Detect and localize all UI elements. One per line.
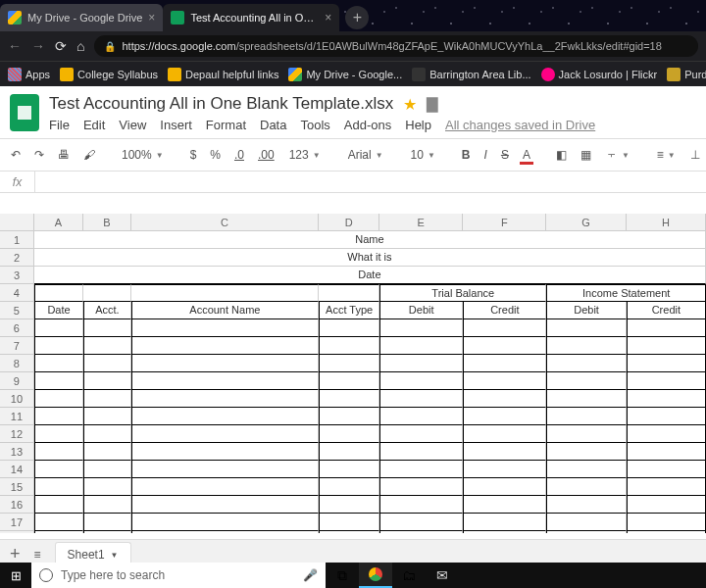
cell[interactable] [83, 337, 130, 355]
bookmark-item[interactable]: Depaul helpful links [168, 68, 278, 81]
document-title[interactable]: Test Accounting All in One Blank Templat… [49, 94, 393, 114]
bookmark-item[interactable]: Barrington Area Lib... [412, 68, 530, 81]
bookmark-item[interactable]: Purdu [667, 68, 706, 81]
cell[interactable] [546, 461, 626, 478]
undo-icon[interactable]: ↶ [8, 146, 24, 164]
cell[interactable] [34, 443, 83, 461]
row-header[interactable]: 17 [0, 514, 34, 531]
cell[interactable] [546, 443, 626, 461]
row-header[interactable]: 3 [0, 267, 34, 284]
cell[interactable] [379, 425, 463, 443]
cell[interactable] [627, 390, 706, 408]
cell[interactable] [379, 372, 463, 390]
col-header[interactable]: H [627, 214, 706, 230]
cell[interactable] [319, 319, 379, 337]
cell[interactable] [463, 408, 546, 425]
mic-icon[interactable]: 🎤 [303, 568, 318, 582]
cell[interactable] [131, 408, 320, 425]
cell[interactable]: Date [34, 302, 83, 319]
merge-cells-button[interactable]: ⫟▼ [602, 146, 633, 164]
cell[interactable] [546, 319, 626, 337]
borders-icon[interactable]: ▦ [578, 146, 594, 164]
new-tab-button[interactable]: + [345, 6, 369, 29]
cell[interactable] [319, 337, 379, 355]
cell[interactable] [83, 461, 130, 478]
row-header[interactable]: 9 [0, 372, 34, 390]
cell[interactable] [319, 514, 379, 531]
url-field[interactable]: 🔒 https://docs.google.com/spreadsheets/d… [94, 35, 698, 57]
cell[interactable] [379, 337, 463, 355]
cell[interactable] [546, 390, 626, 408]
cell[interactable] [546, 478, 626, 496]
row-header[interactable]: 15 [0, 478, 34, 496]
cell[interactable] [34, 372, 83, 390]
chrome-taskbar-icon[interactable] [359, 563, 392, 588]
browser-tab-drive[interactable]: My Drive - Google Drive × [0, 4, 163, 31]
cell[interactable] [34, 478, 83, 496]
cell[interactable] [319, 390, 379, 408]
cell[interactable] [34, 284, 83, 302]
v-align-button[interactable]: ⊥ [687, 146, 703, 164]
cell[interactable] [131, 355, 320, 372]
cell[interactable] [83, 514, 130, 531]
cell[interactable]: Date [34, 267, 706, 284]
cell[interactable] [83, 496, 130, 514]
start-button[interactable]: ⊞ [0, 563, 31, 588]
row-header[interactable]: 14 [0, 461, 34, 478]
apps-button[interactable]: Apps [8, 68, 50, 81]
cell[interactable] [379, 319, 463, 337]
home-icon[interactable]: ⌂ [76, 38, 84, 54]
bold-button[interactable]: B [459, 146, 474, 164]
cell[interactable] [131, 372, 320, 390]
cell[interactable] [379, 478, 463, 496]
browser-tab-sheets[interactable]: Test Accounting All in One Blank… × [163, 4, 339, 31]
text-color-button[interactable]: A [520, 146, 533, 164]
select-all-corner[interactable] [0, 214, 34, 230]
cell[interactable] [546, 372, 626, 390]
menu-format[interactable]: Format [206, 118, 246, 132]
col-header[interactable]: D [319, 214, 379, 230]
cell[interactable] [463, 461, 546, 478]
cell[interactable] [131, 461, 320, 478]
file-explorer-icon[interactable]: 🗂 [392, 563, 426, 588]
bookmark-item[interactable]: My Drive - Google... [288, 68, 402, 81]
italic-button[interactable]: I [481, 146, 490, 164]
row-header[interactable]: 2 [0, 249, 34, 267]
back-icon[interactable]: ← [8, 38, 22, 54]
bookmark-item[interactable]: Jack Losurdo | Flickr [541, 68, 658, 81]
cell[interactable] [131, 284, 320, 302]
cell[interactable] [34, 355, 83, 372]
cell[interactable]: Name [34, 231, 706, 249]
menu-edit[interactable]: Edit [83, 118, 105, 132]
h-align-button[interactable]: ≡▼ [653, 146, 680, 164]
cell[interactable] [319, 372, 379, 390]
cell[interactable] [379, 531, 463, 533]
cell[interactable] [627, 408, 706, 425]
cell[interactable] [627, 337, 706, 355]
cell[interactable] [627, 478, 706, 496]
cell[interactable]: Acct Type [319, 302, 379, 319]
cell[interactable] [131, 390, 320, 408]
cell[interactable] [131, 319, 320, 337]
cell[interactable]: Account Name [131, 302, 320, 319]
cell[interactable] [34, 337, 83, 355]
cell[interactable]: Trial Balance [379, 284, 546, 302]
cell[interactable] [627, 425, 706, 443]
cell[interactable] [379, 355, 463, 372]
col-header[interactable]: F [463, 214, 546, 230]
row-header[interactable]: 4 [0, 284, 34, 302]
cell[interactable] [131, 337, 320, 355]
cell[interactable] [463, 319, 546, 337]
cell[interactable] [131, 425, 320, 443]
row-header[interactable]: 10 [0, 390, 34, 408]
cell[interactable] [463, 372, 546, 390]
cell[interactable] [546, 425, 626, 443]
cell[interactable] [83, 408, 130, 425]
decrease-decimal[interactable]: .0 [231, 146, 247, 164]
col-header[interactable]: B [83, 214, 130, 230]
row-header[interactable]: 5 [0, 302, 34, 319]
cell[interactable] [83, 355, 130, 372]
cell[interactable] [546, 531, 626, 533]
cell[interactable] [319, 496, 379, 514]
cell[interactable] [83, 531, 130, 533]
